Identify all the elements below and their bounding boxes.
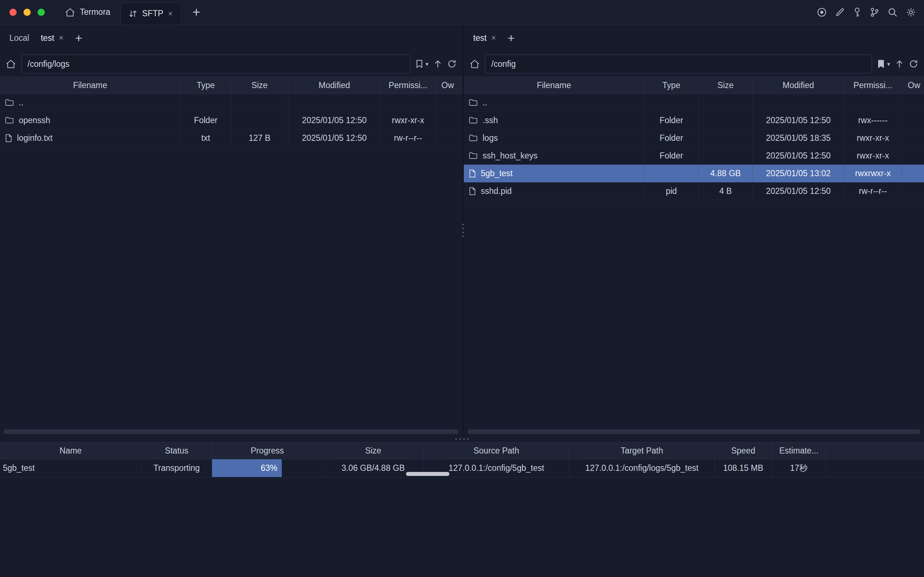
add-tab-button[interactable]: + (502, 31, 521, 45)
tab-test-left[interactable]: test × (35, 30, 69, 47)
transfer-estimate-cell: 17秒 (772, 459, 826, 477)
refresh-icon[interactable] (909, 59, 918, 69)
column-size[interactable]: Size (323, 442, 424, 459)
column-modified[interactable]: Modified (753, 77, 844, 93)
file-row[interactable]: logsFolder2025/01/05 18:35rwxr-xr-x (464, 129, 924, 147)
new-window-tab-button[interactable]: + (192, 6, 200, 19)
file-icon (469, 187, 476, 195)
close-window-button[interactable] (10, 9, 17, 16)
tab-termora[interactable]: Termora (65, 7, 110, 17)
key-icon[interactable] (853, 7, 861, 17)
bookmark-icon[interactable] (877, 59, 885, 69)
permissions-cell: rw-r--r-- (381, 129, 435, 147)
home-icon[interactable] (6, 59, 16, 69)
bookmark-icon[interactable] (416, 59, 423, 69)
owner-cell (902, 94, 924, 111)
size-cell (231, 94, 288, 111)
zoom-window-button[interactable] (37, 9, 45, 16)
refresh-icon[interactable] (447, 59, 456, 69)
folder-icon (469, 152, 477, 159)
column-permissions[interactable]: Permissi... (381, 77, 435, 93)
column-type[interactable]: Type (644, 77, 698, 93)
horizontal-scrollbar[interactable] (3, 429, 459, 434)
file-row[interactable]: ssh_host_keysFolder2025/01/05 12:50rwxr-… (464, 147, 924, 164)
filename-cell: loginfo.txt (0, 129, 181, 147)
filename-cell: .ssh (464, 111, 644, 129)
minimize-window-button[interactable] (24, 9, 31, 16)
settings-gear-icon[interactable] (906, 7, 916, 17)
type-cell (644, 94, 698, 111)
column-size[interactable]: Size (231, 77, 288, 93)
edit-icon[interactable] (835, 8, 845, 17)
close-tab-icon[interactable]: × (168, 10, 173, 18)
sftp-transfer-icon (129, 10, 137, 18)
column-size[interactable]: Size (698, 77, 753, 93)
column-speed[interactable]: Speed (715, 442, 772, 459)
filename-cell: openssh (0, 111, 181, 129)
bottom-scrollbar-thumb[interactable] (406, 472, 449, 476)
tab-local[interactable]: Local (3, 30, 35, 47)
record-icon[interactable] (817, 7, 827, 17)
owner-cell (902, 111, 924, 129)
home-icon[interactable] (469, 59, 480, 69)
size-cell (698, 111, 753, 129)
path-input[interactable] (21, 55, 410, 73)
folder-icon (469, 99, 477, 106)
file-row[interactable]: .. (464, 94, 924, 111)
remote-pane: test × + ▾ Filename Type Size (464, 24, 924, 436)
transfer-target-cell: 127.0.0.1:/config/logs/5gb_test (569, 459, 715, 477)
transfer-speed-cell: 108.15 MB (715, 459, 772, 477)
file-table-header: Filename Type Size Modified Permissi... … (0, 77, 462, 94)
type-cell: Folder (644, 147, 698, 164)
up-directory-icon[interactable] (895, 60, 903, 68)
column-status[interactable]: Status (142, 442, 212, 459)
permissions-cell: rwxr-xr-x (381, 111, 435, 129)
sftp-tab-label: SFTP (142, 9, 163, 18)
column-progress[interactable]: Progress (212, 442, 323, 459)
transfer-name-cell: 5gb_test (0, 459, 142, 477)
file-row[interactable]: .sshFolder2025/01/05 12:50rwx------ (464, 111, 924, 129)
tab-test-right[interactable]: test × (468, 30, 502, 47)
add-tab-button[interactable]: + (69, 31, 88, 45)
transfer-row[interactable]: 5gb_testTransporting63%3.06 GB/4.88 GB12… (0, 459, 924, 477)
tab-label: test (473, 33, 487, 43)
up-directory-icon[interactable] (434, 60, 442, 68)
column-filename[interactable]: Filename (464, 77, 644, 93)
file-row[interactable]: 5gb_test4.88 GB2025/01/05 13:02rwxrwxr-x (464, 164, 924, 182)
column-filename[interactable]: Filename (0, 77, 181, 93)
file-row[interactable]: loginfo.txttxt127 B2025/01/05 12:50rw-r-… (0, 129, 462, 147)
file-row[interactable]: opensshFolder2025/01/05 12:50rwxr-xr-x (0, 111, 462, 129)
local-pane: Local test × + ▾ Filename (0, 24, 462, 436)
column-source-path[interactable]: Source Path (424, 442, 569, 459)
filename-cell: .. (464, 94, 644, 111)
column-name[interactable]: Name (0, 442, 142, 459)
file-table-header: Filename Type Size Modified Permissi... … (464, 77, 924, 94)
owner-cell (902, 129, 924, 147)
titlebar: Termora SFTP × + (0, 0, 924, 24)
branch-icon[interactable] (870, 7, 879, 17)
close-tab-icon[interactable]: × (491, 34, 496, 42)
type-cell: Folder (644, 129, 698, 147)
permissions-cell: rwx------ (844, 111, 902, 129)
chevron-down-icon[interactable]: ▾ (426, 61, 428, 68)
column-owner[interactable]: Ow (435, 77, 462, 93)
column-estimate[interactable]: Estimate... (772, 442, 826, 459)
path-input[interactable] (485, 55, 872, 73)
search-icon[interactable] (887, 7, 898, 17)
column-modified[interactable]: Modified (288, 77, 381, 93)
chevron-down-icon[interactable]: ▾ (887, 61, 890, 68)
type-cell: Folder (181, 111, 231, 129)
owner-cell (902, 147, 924, 164)
column-owner[interactable]: Ow (902, 77, 924, 93)
column-target-path[interactable]: Target Path (569, 442, 715, 459)
column-type[interactable]: Type (181, 77, 231, 93)
file-row[interactable]: sshd.pidpid4 B2025/01/05 12:50rw-r--r-- (464, 182, 924, 200)
column-permissions[interactable]: Permissi... (844, 77, 902, 93)
transfer-panel-splitter[interactable] (0, 436, 924, 442)
close-tab-icon[interactable]: × (59, 34, 64, 42)
permissions-cell (381, 94, 435, 111)
file-row[interactable]: .. (0, 94, 462, 111)
window-controls (0, 9, 45, 16)
horizontal-scrollbar[interactable] (468, 429, 921, 434)
tab-sftp[interactable]: SFTP × (120, 3, 181, 24)
